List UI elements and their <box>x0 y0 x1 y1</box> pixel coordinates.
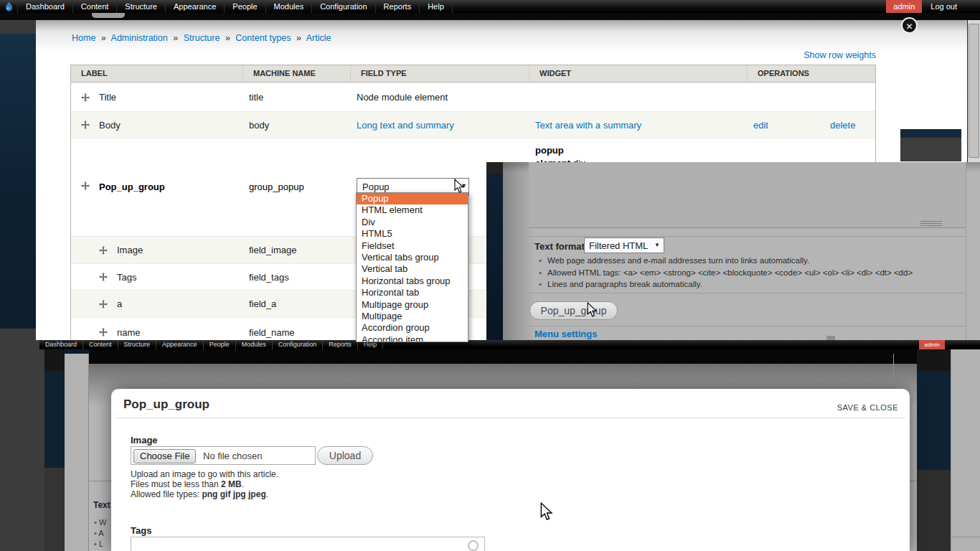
text-format-select[interactable]: Filtered HTML ▼ <box>584 237 664 253</box>
drag-handle-icon[interactable] <box>99 246 108 255</box>
filter-tips-list: Web page addresses and e-mail addresses … <box>539 256 913 292</box>
dropdown-option-fieldset[interactable]: Fieldset <box>357 240 468 252</box>
preview-toolbar-item-structure[interactable]: Structure <box>118 340 157 349</box>
file-input[interactable]: Choose File No file chosen <box>131 446 316 465</box>
preview-toolbar-item-appearance[interactable]: Appearance <box>156 340 204 349</box>
textarea-resize-handle[interactable] <box>920 221 942 227</box>
field-machine-name: group_popup <box>249 182 304 192</box>
dropdown-option-popup[interactable]: Popup <box>357 193 468 204</box>
image-field-label: Image <box>131 435 158 446</box>
drag-handle-icon[interactable] <box>99 300 108 309</box>
body-textarea[interactable] <box>529 162 966 228</box>
dropdown-option-html-element[interactable]: HTML element <box>357 204 468 216</box>
dropdown-option-accordion-group[interactable]: Accordion group <box>357 322 468 334</box>
save-and-close-button[interactable]: SAVE & CLOSE <box>837 403 898 412</box>
filter-tip: Allowed HTML tags: <a> <em> <strong> <ci… <box>539 268 913 277</box>
dropdown-option-div[interactable]: Div <box>357 217 468 228</box>
widget-link[interactable]: Text area with a summary <box>535 120 641 131</box>
breadcrumb-link-content-types[interactable]: Content types <box>235 33 291 43</box>
dropdown-option-html5[interactable]: HTML5 <box>357 228 468 240</box>
tags-autocomplete-input[interactable] <box>131 537 485 551</box>
window-right-border <box>966 162 966 342</box>
article-edit-form-window: Text format Filtered HTML ▼ Web page add… <box>503 162 980 342</box>
edit-link[interactable]: edit <box>753 120 768 131</box>
toolbar-item-people[interactable]: People <box>225 0 265 13</box>
toolbar-item-help[interactable]: Help <box>420 0 453 13</box>
toolbar-item-dashboard[interactable]: Dashboard <box>18 0 73 13</box>
preview-toolbar-item-dashboard[interactable]: Dashboard <box>39 340 83 349</box>
menu-settings-link[interactable]: Menu settings <box>534 329 597 339</box>
dropdown-option-vertical-tab[interactable]: Vertical tab <box>357 263 468 275</box>
preview-toolbar-item-reports[interactable]: Reports <box>323 340 358 349</box>
file-types-description: Allowed file types: png gif jpg jpeg. <box>131 489 268 499</box>
field-type-link[interactable]: Long text and summary <box>357 120 454 131</box>
table-row-title: Title title Node module element <box>71 83 875 111</box>
drag-handle-icon[interactable] <box>81 182 90 190</box>
breadcrumb-link-structure[interactable]: Structure <box>184 33 220 43</box>
dropdown-option-vertical-tabs-group[interactable]: Vertical tabs group <box>357 252 468 263</box>
dropdown-option-accordion-item[interactable]: Accordion item <box>357 334 468 342</box>
drag-handle-icon[interactable] <box>99 328 108 336</box>
preview-left-strip <box>44 371 65 468</box>
toolbar-item-content[interactable]: Content <box>73 0 118 13</box>
drag-handle-icon[interactable] <box>81 93 90 102</box>
show-row-weights-label[interactable]: Show row weights <box>804 50 876 60</box>
column-header-operations: OPERATIONS <box>748 65 875 82</box>
choose-file-button[interactable]: Choose File <box>133 449 196 463</box>
preview-toolbar-item-configuration[interactable]: Configuration <box>273 340 324 349</box>
drupal-logo-icon[interactable] <box>0 0 18 13</box>
preview-toolbar-item-content[interactable]: Content <box>83 340 118 349</box>
preview-page-gutter <box>65 354 89 551</box>
background-block-top-left <box>0 20 36 34</box>
breadcrumb-separator: » <box>225 33 230 43</box>
preview-text-format-fragment: Text W A L <box>89 496 111 551</box>
breadcrumb-link-article[interactable]: Article <box>306 33 331 43</box>
dialog-title: Pop_up_group <box>123 397 209 412</box>
desc-text: Allowed file types: <box>131 489 202 499</box>
file-size-description: Files must be less than 2 MB. <box>131 479 244 489</box>
field-machine-name: title <box>243 92 351 103</box>
breadcrumb-link-home[interactable]: Home <box>72 33 95 43</box>
dropdown-option-horizontal-tabs-group[interactable]: Horizontal tabs group <box>357 276 468 287</box>
drag-handle-icon[interactable] <box>99 273 108 281</box>
preview-tip-fragment: A <box>94 529 104 537</box>
pop-up-group-button[interactable]: Pop_up_group <box>529 301 618 320</box>
field-label: Tags <box>117 272 136 283</box>
field-label: Pop_up_group <box>99 182 165 192</box>
scrollbar[interactable]: ▲ <box>968 0 980 162</box>
select-arrow-icon: ▼ <box>654 242 660 248</box>
select-arrow-icon[interactable]: ▼ <box>461 182 467 189</box>
preview-tip-fragment: L <box>94 540 103 548</box>
divider <box>529 326 966 326</box>
dropdown-option-multipage-group[interactable]: Multipage group <box>357 299 468 311</box>
dropdown-option-horizontal-tab[interactable]: Horizontal tab <box>357 287 468 298</box>
scrollbar-thumb[interactable] <box>969 24 979 158</box>
delete-link[interactable]: delete <box>830 120 855 131</box>
preview-toolbar-item-people[interactable]: People <box>204 340 236 349</box>
divider <box>116 418 905 418</box>
dropdown-option-multipage[interactable]: Multipage <box>357 311 468 322</box>
toolbar-item-structure[interactable]: Structure <box>117 0 166 13</box>
format-select-dropdown: Popup HTML element Div HTML5 Fieldset Ve… <box>356 192 468 342</box>
preview-toolbar-item-modules[interactable]: Modules <box>236 340 273 349</box>
preview-right-strip <box>917 349 951 371</box>
desc-text: . <box>266 489 268 499</box>
close-icon[interactable]: ✕ <box>901 17 918 34</box>
image-field-description: Upload an image to go with this article. <box>131 469 278 479</box>
table-row-body: Body body Long text and summary Text are… <box>71 111 875 138</box>
toolbar-item-configuration[interactable]: Configuration <box>312 0 375 13</box>
drag-handle-icon[interactable] <box>81 121 90 129</box>
toolbar-item-appearance[interactable]: Appearance <box>166 0 225 13</box>
toolbar-item-reports[interactable]: Reports <box>376 0 420 13</box>
desc-text: . <box>242 479 244 489</box>
breadcrumb-link-administration[interactable]: Administration <box>111 33 168 43</box>
show-row-weights-link[interactable]: Show row weights <box>717 50 876 60</box>
admin-toolbar: Dashboard Content Structure Appearance P… <box>0 0 980 13</box>
logout-link[interactable]: Log out <box>922 0 966 13</box>
upload-button[interactable]: Upload <box>317 446 373 465</box>
admin-user-badge[interactable]: admin <box>886 0 922 13</box>
preview-admin-badge[interactable]: admin <box>919 340 945 349</box>
desc-bold: png gif jpg jpeg <box>202 489 265 499</box>
toolbar-drawer-tab[interactable] <box>92 13 125 18</box>
toolbar-item-modules[interactable]: Modules <box>266 0 313 13</box>
